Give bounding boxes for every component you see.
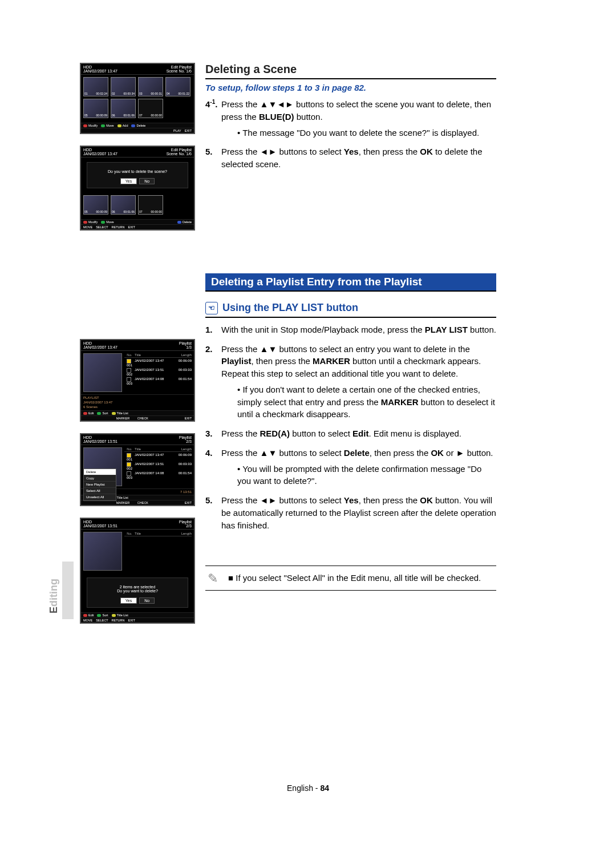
- playlist-row[interactable]: 002JAN/02/2007 13:5100:03:33: [124, 462, 192, 471]
- osd1-hdd: HDD: [83, 65, 92, 69]
- side-tab-rest: diting: [48, 579, 59, 607]
- no-button[interactable]: No: [139, 178, 155, 184]
- playlist-row[interactable]: 002JAN/02/2007 13:5100:03:33: [124, 368, 192, 377]
- pl-step-3: 3. Press the RED(A) button to select Edi…: [205, 427, 496, 440]
- scene-thumb[interactable]: 0500:00:09: [83, 99, 108, 118]
- osd1-date: JAN/02/2007 13:47: [83, 69, 117, 73]
- hint-play: PLAY: [173, 129, 181, 132]
- scene-thumb[interactable]: 0700:00:00: [138, 99, 163, 118]
- yes-button[interactable]: Yes: [120, 178, 137, 184]
- setup-note: To setup, follow steps 1 to 3 in page 82…: [205, 83, 496, 92]
- hint-modify: Modify: [88, 124, 98, 127]
- osd-playlist-delete-confirm: HDDPlaylist JAN/02/2007 13:512/3 No.Titl…: [80, 518, 195, 624]
- scene-thumb[interactable]: 0300:00:31: [138, 77, 163, 96]
- pl-step-2-bullet: If you don't want to delete a certain on…: [221, 383, 496, 421]
- menu-unselect-all[interactable]: Unselect All: [84, 494, 116, 500]
- pl-step-4: 4. Press the ▲▼ buttons to select Delete…: [205, 447, 496, 487]
- preview-thumb: [83, 532, 122, 571]
- side-tab-initial: E: [48, 607, 59, 613]
- playlist-row[interactable]: 001JAN/02/2007 13:4700:06:09: [124, 358, 192, 368]
- pl-step-2: 2. Press the ▲▼ buttons to select an ent…: [205, 343, 496, 421]
- osd1-mode: Edit Playlist: [171, 65, 192, 69]
- hint-exit: EXIT: [185, 129, 192, 132]
- confirm-message: Do you want to delete the scene?: [91, 169, 184, 173]
- scene-thumb[interactable]: 0500:00:09: [83, 195, 108, 215]
- menu-delete[interactable]: Delete: [84, 469, 116, 475]
- preview-thumb: [83, 353, 122, 392]
- hand-icon: ☜: [205, 302, 218, 314]
- scene-thumb[interactable]: 0600:01:06: [111, 195, 136, 215]
- confirm-dialog: 2 items are selected Do you want to dele…: [87, 578, 188, 608]
- edit-context-menu: Delete Copy New Playlist Select All Unse…: [83, 469, 116, 501]
- no-button[interactable]: No: [139, 597, 155, 604]
- playlist-row[interactable]: 003JAN/02/2007 14:0800:01:54: [124, 377, 192, 386]
- scene-thumb[interactable]: 0400:01:22: [165, 77, 191, 96]
- menu-new-playlist[interactable]: New Playlist: [84, 482, 116, 488]
- pl-step-1: 1. With the unit in Stop mode/Playback m…: [205, 324, 496, 336]
- osd1-scene: Scene No. 1/6: [167, 69, 192, 73]
- osd-delete-scene-confirm: HDDEdit Playlist JAN/02/2007 13:47Scene …: [80, 146, 195, 231]
- playlist-row[interactable]: 001JAN/02/2007 13:4700:06:09: [124, 453, 192, 462]
- hint-move: Move: [106, 124, 114, 127]
- step-5: 5. Press the ◄► buttons to select Yes, t…: [205, 146, 496, 171]
- menu-copy[interactable]: Copy: [84, 475, 116, 482]
- subheading-using-playlist-button: ☜ Using the PLAY LIST button: [205, 302, 496, 318]
- scene-thumb[interactable]: 0700:00:00: [138, 195, 163, 215]
- heading-deleting-playlist-entry: Deleting a Playlist Entry from the Playl…: [205, 273, 496, 292]
- menu-select-all[interactable]: Select All: [84, 488, 116, 494]
- hint-delete: Delete: [136, 124, 145, 127]
- osd-edit-playlist-grid: HDDEdit Playlist JAN/02/2007 13:47Scene …: [80, 63, 195, 134]
- osd-playlist: HDDPlaylist JAN/02/2007 13:471/3 No.Titl…: [80, 339, 195, 422]
- step-4: 4-1. Press the ▲▼◄► buttons to select th…: [205, 98, 496, 139]
- scene-thumb[interactable]: 0100:02:24: [83, 77, 108, 96]
- page-footer: English - 84: [0, 784, 616, 793]
- scene-thumb[interactable]: 0600:01:06: [111, 99, 136, 118]
- yes-button[interactable]: Yes: [120, 597, 137, 604]
- pl-step-5: 5. Press the ◄► buttons to select Yes, t…: [205, 494, 496, 531]
- note-box: If you select "Select All" in the Edit m…: [205, 566, 496, 591]
- side-tab-editing: Editing: [46, 562, 74, 619]
- step-4-bullet: The message "Do you want to delete the s…: [221, 127, 496, 139]
- heading-deleting-scene: Deleting a Scene: [205, 63, 496, 79]
- playlist-row[interactable]: 003JAN/02/2007 14:0800:01:54: [124, 471, 192, 480]
- osd-playlist-edit-menu: HDDPlaylist JAN/02/2007 13:512/3 No.Titl…: [80, 433, 195, 506]
- pl-step-4-bullet: You will be prompted with the delete con…: [221, 463, 496, 488]
- confirm-dialog: Do you want to delete the scene? Yes No: [87, 162, 188, 188]
- note-text: If you select "Select All" in the Edit m…: [228, 572, 496, 584]
- scene-thumb[interactable]: 0200:00:34: [111, 77, 136, 96]
- hint-add: Add: [123, 124, 128, 127]
